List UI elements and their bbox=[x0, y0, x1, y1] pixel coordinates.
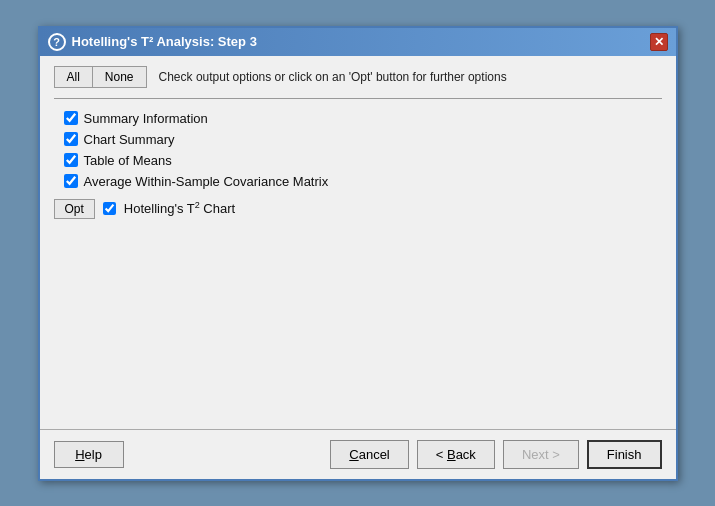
checkbox-chart-summary[interactable] bbox=[64, 132, 78, 146]
toolbar: All None Check output options or click o… bbox=[54, 66, 662, 99]
help-icon: ? bbox=[48, 33, 66, 51]
footer: Help Cancel < Back Next > Finish bbox=[40, 429, 676, 479]
options-list: Summary Information Chart Summary Table … bbox=[54, 111, 662, 189]
help-button[interactable]: Help bbox=[54, 441, 124, 468]
title-bar: ? Hotelling's T² Analysis: Step 3 ✕ bbox=[40, 28, 676, 56]
dialog-content: All None Check output options or click o… bbox=[40, 56, 676, 429]
checkbox-covariance-matrix[interactable] bbox=[64, 174, 78, 188]
none-button[interactable]: None bbox=[92, 66, 147, 88]
finish-button[interactable]: Finish bbox=[587, 440, 662, 469]
all-button[interactable]: All bbox=[54, 66, 92, 88]
option-row-4: Average Within-Sample Covariance Matrix bbox=[64, 174, 662, 189]
option-row-2: Chart Summary bbox=[64, 132, 662, 147]
dialog: ? Hotelling's T² Analysis: Step 3 ✕ All … bbox=[38, 26, 678, 481]
empty-area bbox=[54, 219, 662, 419]
option-row-1: Summary Information bbox=[64, 111, 662, 126]
title-bar-left: ? Hotelling's T² Analysis: Step 3 bbox=[48, 33, 257, 51]
option-label-hotelling-chart: Hotelling's T2 Chart bbox=[124, 200, 235, 216]
checkbox-table-of-means[interactable] bbox=[64, 153, 78, 167]
option-label-summary-information: Summary Information bbox=[84, 111, 208, 126]
option-label-covariance-matrix: Average Within-Sample Covariance Matrix bbox=[84, 174, 329, 189]
footer-left: Help bbox=[54, 441, 124, 468]
option-label-table-of-means: Table of Means bbox=[84, 153, 172, 168]
option-label-chart-summary: Chart Summary bbox=[84, 132, 175, 147]
opt-row: Opt Hotelling's T2 Chart bbox=[54, 199, 662, 219]
opt-button[interactable]: Opt bbox=[54, 199, 95, 219]
checkbox-summary-information[interactable] bbox=[64, 111, 78, 125]
dialog-title: Hotelling's T² Analysis: Step 3 bbox=[72, 34, 257, 49]
toolbar-instruction: Check output options or click on an 'Opt… bbox=[159, 70, 507, 84]
option-row-3: Table of Means bbox=[64, 153, 662, 168]
close-button[interactable]: ✕ bbox=[650, 33, 668, 51]
back-button[interactable]: < Back bbox=[417, 440, 495, 469]
next-button[interactable]: Next > bbox=[503, 440, 579, 469]
footer-right: Cancel < Back Next > Finish bbox=[330, 440, 661, 469]
cancel-button[interactable]: Cancel bbox=[330, 440, 408, 469]
checkbox-hotelling-chart[interactable] bbox=[103, 202, 116, 215]
